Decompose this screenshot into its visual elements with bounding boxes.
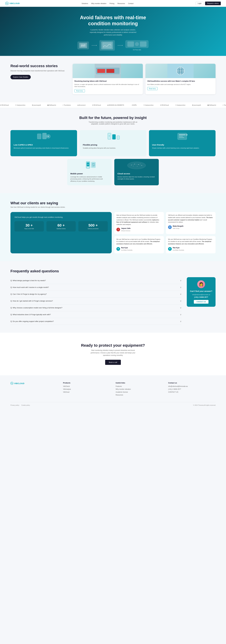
brand-3b: ⊕ journeyjolt [192, 104, 201, 106]
nav-why[interactable]: Why monitor vibration [91, 2, 106, 4]
footer-useful-links: Useful links Features Why monitor vibrat… [116, 382, 163, 397]
testimonial-1: Here at Infrared Service we use the VibC… [114, 212, 164, 234]
clients-section: What our clients are saying See how VibC… [0, 193, 226, 261]
faq-item-1[interactable]: Q: How much work will I receive in a sin… [10, 284, 182, 291]
nav-resources[interactable]: Resources [117, 2, 125, 4]
brand-7: ⊙ RCACloud [92, 104, 101, 106]
user-illustration: ✓ [149, 132, 216, 141]
faq-contact-button[interactable]: CONTACT US [194, 300, 208, 304]
clients-left-panel: VibCloud helps you get results through r… [10, 212, 112, 253]
hero-phone-screen [79, 43, 87, 48]
stat-defects-number: 500 + [80, 223, 106, 228]
privacy-link[interactable]: Privacy policy [10, 404, 19, 406]
faq-chevron-0: ∨ [180, 279, 182, 282]
footer-vibanalyse[interactable]: VibAnalyse [63, 388, 110, 390]
built-subtitle: Transforming condition monitoring and pr… [88, 121, 138, 125]
footer-logo: VIBCLOUD [10, 382, 58, 385]
pricing-illustration: ★ [80, 132, 146, 141]
faq-item-2[interactable]: Q: Can I hire UI Forge to design for my … [10, 291, 182, 298]
svg-rect-5 [97, 69, 105, 73]
testimonial-1-author: J Jaques Valle Infrared Service [116, 227, 162, 232]
footer-contact-list: info@vibcloud@innovate.au (+61) 2 6006 2… [168, 386, 216, 393]
svg-point-37 [140, 164, 140, 164]
nav-links: Solutions Why monitor vibration Pricing … [82, 2, 134, 4]
demo-button[interactable]: Request a demo [205, 2, 221, 5]
faq-card-heading: Can't find your answer? [190, 290, 213, 292]
faq-item-5[interactable]: Q: What industries does UI Forge typical… [10, 311, 182, 318]
story-card-1-read-button[interactable]: Read story [74, 89, 85, 92]
book-call-button[interactable]: Book a call [105, 360, 121, 365]
vibcloud-logo-icon [5, 2, 9, 5]
brand-8: ◈ DESIGN ALCHEMISTS [107, 104, 124, 106]
nav-actions: Login Request a demo [196, 2, 221, 5]
testimonial-3-avatar: R [116, 247, 120, 251]
feature-user-title: User-friendly [152, 144, 213, 146]
footer-vibcheck[interactable]: VibCheck [63, 386, 110, 387]
footer-top: VIBCLOUD Products VibCheck VibAnalyse Vi… [10, 382, 216, 397]
footer-contact-email[interactable]: info@vibcloud@innovate.au [168, 386, 216, 387]
nav-pricing[interactable]: Pricing [109, 2, 114, 4]
feature-cloud-title: Cloud access [117, 172, 156, 175]
testimonial-2-text: VibCloud is an efficient and innovative … [168, 214, 213, 223]
testimonial-2-avatar: B [168, 225, 172, 229]
svg-rect-2 [103, 43, 111, 48]
feature-cloud: Cloud access Access real-time data from … [114, 159, 159, 186]
cta-heading: Ready to protect your equipment? [5, 343, 221, 348]
faq-question-3: Q: How do I get started with UI Forge's … [10, 300, 53, 302]
mobile-illustration [67, 160, 112, 170]
footer-products-heading: Products [63, 382, 110, 384]
feature-pricing-desc: Scalable pricing plans that grow with yo… [83, 147, 143, 149]
brand-5: ≡ Truckwise [62, 104, 71, 106]
footer-contact-phone[interactable]: (+61) 2 6006 2577 [168, 388, 216, 390]
faq-avatar: 👩 [197, 280, 205, 288]
faq-item-0[interactable]: Q: What design package is best for my ne… [10, 277, 182, 284]
story-card-2-title: VibCloudOnline success with Icon Water's… [147, 80, 214, 82]
clients-heading: What our clients are saying [10, 201, 216, 205]
nav-contact[interactable]: Contact [128, 2, 134, 4]
brand-10: ✕ Jamjunction [144, 104, 154, 106]
faq-heading: Frequently asked questions [10, 269, 216, 273]
faq-item-4[interactable]: Q: Why choose a subscription model over … [10, 304, 182, 311]
explore-case-studies-button[interactable]: Explore Case Studies [10, 75, 31, 79]
hero-section: Avoid failures with real-time condition … [0, 7, 226, 56]
hero-machine [125, 40, 149, 48]
hero-machine-wheel [135, 42, 139, 46]
svg-point-36 [137, 166, 137, 166]
story-card-1-title: Resolving bearing failure with VibCloud [74, 80, 141, 82]
faq-chevron-1: ∨ [180, 286, 182, 288]
svg-rect-13 [42, 133, 46, 139]
svg-text:$: $ [48, 135, 49, 138]
svg-point-30 [127, 162, 146, 169]
clients-left-info: VibCloud helps you get results through r… [14, 216, 108, 218]
nav-logo[interactable]: VIBCLOUD [5, 2, 20, 5]
faq-item-3[interactable]: Q: How do I get started with UI Forge's … [10, 298, 182, 304]
story-card-2: VibCloudOnline success with Icon Water's… [145, 64, 216, 94]
stat-clients: 60 + Satisfied clients [46, 221, 76, 232]
faq-layout: Q: What design package is best for my ne… [10, 277, 216, 325]
cookie-link[interactable]: Cookie policy [21, 404, 30, 406]
feature-capex: $ Low CAPEX & OPEX Minimised upfront inv… [10, 130, 77, 156]
svg-rect-21 [179, 134, 186, 135]
footer-features[interactable]: Features [116, 386, 163, 387]
story-card-1-body: Resolving bearing failure with VibCloud … [73, 78, 143, 94]
testimonial-2: VibCloud is an efficient and innovative … [166, 212, 216, 234]
footer-vibcloud[interactable]: VibCloud [63, 391, 110, 393]
cta-description: Start monitoring vibration today to prev… [87, 349, 139, 357]
footer-resources[interactable]: Resources [116, 394, 163, 396]
login-button[interactable]: Login [196, 2, 204, 5]
story-card-2-read-button[interactable]: Read story [147, 87, 158, 90]
footer-why-monitor[interactable]: Why monitor vibration [116, 388, 163, 390]
footer-academic[interactable]: Academic license [116, 391, 163, 393]
stat-defects: 500 + Defects prevented [78, 221, 108, 232]
testimonial-3-company: IconWater Australia [121, 249, 132, 251]
success-description: Discover how big companies have transfor… [10, 70, 65, 72]
faq-item-6[interactable]: Q: Do you offer ongoing support after pr… [10, 318, 182, 325]
built-section: Built for the future, powered by insight… [0, 108, 226, 193]
feature-mobile: Mobile power Leverage the continuous adv… [67, 159, 112, 186]
faq-section: Frequently asked questions Q: What desig… [0, 261, 226, 333]
testimonial-3-author-info: Rae Kyar IconWater Australia [121, 246, 132, 251]
nav-solutions[interactable]: Solutions [82, 2, 88, 4]
testimonial-2-name: Blake Burgeth [173, 225, 183, 228]
footer-contact-us[interactable]: CONTACT US [168, 391, 216, 393]
stat-clients-number: 60 + [48, 223, 74, 228]
